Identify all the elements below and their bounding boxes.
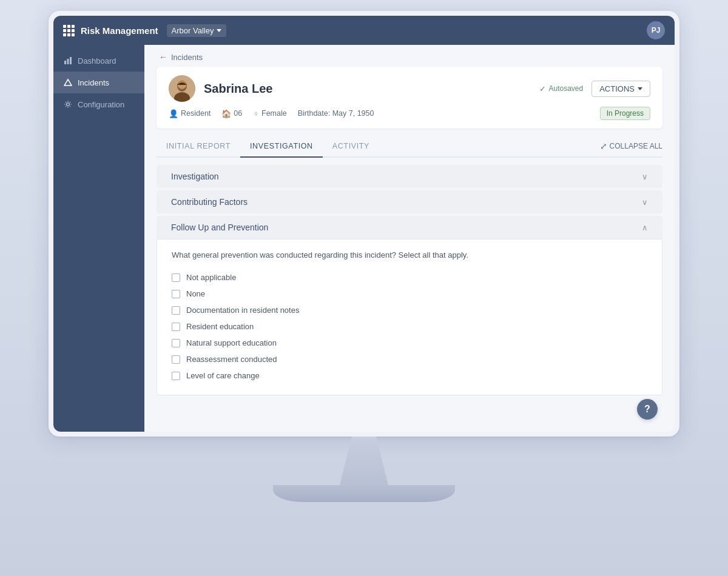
- sidebar: Dashboard Incidents: [53, 45, 144, 432]
- checkbox-natural-support-box[interactable]: [172, 339, 180, 347]
- collapse-all-label: COLLAPSE ALL: [610, 142, 662, 150]
- section-contributing-label: Contributing Factors: [171, 197, 638, 207]
- section-contributing-factors[interactable]: Contributing Factors ∨: [157, 190, 662, 213]
- sidebar-item-configuration-label: Configuration: [78, 100, 124, 109]
- patient-name: Sabrina Lee: [204, 82, 539, 96]
- checkbox-reassessment-box[interactable]: [172, 355, 180, 364]
- actions-label: ACTIONS: [599, 84, 635, 93]
- collapse-icon: ⤢: [600, 141, 607, 151]
- checkbox-not-applicable-label: Not applicable: [186, 273, 236, 282]
- org-name: Arbor Valley: [172, 26, 214, 35]
- meta-birthdate: Birthdate: May 7, 1950: [298, 109, 374, 118]
- meta-room: 🏠 06: [221, 109, 242, 118]
- meta-gender: ♀ Female: [253, 109, 286, 118]
- tabs-bar: INITIAL REPORT INVESTIGATION ACTIVITY ⤢ …: [157, 136, 662, 158]
- content-area: ← Incidents: [144, 45, 675, 432]
- section-investigation-chevron: ∨: [642, 172, 648, 181]
- chevron-down-icon: [217, 29, 221, 32]
- sidebar-item-incidents-label: Incidents: [78, 78, 109, 87]
- meta-role: 👤 Resident: [169, 109, 211, 118]
- checkbox-documentation-label: Documentation in resident notes: [186, 306, 299, 315]
- section-contributing-chevron: ∨: [642, 198, 648, 207]
- checkbox-not-applicable-box[interactable]: [172, 273, 180, 282]
- svg-rect-2: [70, 57, 72, 64]
- gear-icon: [63, 99, 73, 109]
- checkbox-none-box[interactable]: [172, 290, 180, 298]
- tab-activity[interactable]: ACTIVITY: [323, 136, 379, 158]
- sidebar-item-dashboard-label: Dashboard: [78, 56, 116, 65]
- user-avatar[interactable]: PJ: [647, 21, 665, 39]
- help-button[interactable]: ?: [637, 399, 658, 420]
- section-investigation[interactable]: Investigation ∨: [157, 165, 662, 188]
- main-layout: Dashboard Incidents: [53, 45, 675, 432]
- checkbox-resident-education: Resident education: [172, 318, 647, 335]
- patient-card: Sabrina Lee ✓ Autosaved ACTIONS: [157, 67, 662, 129]
- tab-initial-report[interactable]: INITIAL REPORT: [157, 136, 240, 158]
- monitor-outer: Risk Management Arbor Valley PJ: [49, 11, 679, 437]
- monitor-screen: Risk Management Arbor Valley PJ: [53, 16, 675, 432]
- status-badge: In Progress: [600, 107, 650, 120]
- section-investigation-label: Investigation: [171, 172, 638, 181]
- sidebar-item-dashboard[interactable]: Dashboard: [53, 50, 144, 72]
- patient-role: Resident: [181, 109, 211, 118]
- sidebar-item-incidents[interactable]: Incidents: [53, 72, 144, 93]
- checkbox-natural-support-label: Natural support education: [186, 338, 277, 347]
- checkbox-reassessment: Reassessment conducted: [172, 351, 647, 367]
- checkbox-natural-support: Natural support education: [172, 335, 647, 351]
- sidebar-item-configuration[interactable]: Configuration: [53, 93, 144, 115]
- checkbox-resident-education-label: Resident education: [186, 322, 254, 331]
- checkbox-none-label: None: [186, 289, 205, 298]
- followup-section: What general prevention was conducted re…: [157, 239, 662, 395]
- org-selector[interactable]: Arbor Valley: [167, 24, 227, 37]
- checkbox-reassessment-label: Reassessment conducted: [186, 355, 277, 364]
- patient-birthdate: Birthdate: May 7, 1950: [298, 109, 374, 118]
- section-followup-label: Follow Up and Prevention: [171, 223, 638, 232]
- checkbox-level-of-care: Level of care change: [172, 367, 647, 384]
- actions-chevron-icon: [638, 87, 642, 90]
- home-icon: 🏠: [221, 109, 231, 118]
- breadcrumb-incidents-link[interactable]: Incidents: [171, 53, 203, 62]
- patient-room: 06: [234, 109, 242, 118]
- svg-rect-1: [67, 59, 69, 64]
- monitor-neck: [303, 437, 425, 485]
- patient-header-top: Sabrina Lee ✓ Autosaved ACTIONS: [169, 75, 650, 102]
- monitor-base: [273, 485, 455, 502]
- autosaved-label: Autosaved: [548, 84, 583, 93]
- checkbox-none: None: [172, 286, 647, 302]
- checkbox-resident-education-box[interactable]: [172, 323, 180, 331]
- actions-button[interactable]: ACTIONS: [592, 81, 650, 97]
- patient-meta: 👤 Resident 🏠 06 ♀ Female: [169, 107, 650, 120]
- checkbox-level-of-care-label: Level of care change: [186, 371, 260, 380]
- patient-avatar: [169, 75, 195, 102]
- section-followup[interactable]: Follow Up and Prevention ∧: [157, 216, 662, 239]
- monitor-stand: [273, 437, 455, 502]
- collapse-all-button[interactable]: ⤢ COLLAPSE ALL: [600, 141, 662, 151]
- checkbox-level-of-care-box[interactable]: [172, 372, 180, 380]
- tab-investigation[interactable]: INVESTIGATION: [240, 136, 323, 158]
- checkbox-not-applicable: Not applicable: [172, 269, 647, 286]
- breadcrumb: ← Incidents: [144, 45, 675, 67]
- svg-rect-0: [64, 61, 66, 64]
- checkbox-documentation-box[interactable]: [172, 306, 180, 315]
- app-title: Risk Management: [81, 25, 158, 36]
- person-icon: 👤: [169, 109, 178, 118]
- content-wrapper: ← Incidents: [144, 45, 675, 432]
- grid-icon[interactable]: [63, 25, 75, 36]
- bar-chart-icon: [63, 56, 73, 65]
- patient-gender: Female: [261, 109, 287, 118]
- section-followup-chevron: ∧: [642, 223, 648, 232]
- triangle-icon: [63, 78, 73, 87]
- checkbox-documentation: Documentation in resident notes: [172, 302, 647, 318]
- top-nav: Risk Management Arbor Valley PJ: [53, 16, 675, 45]
- checkmark-icon: ✓: [539, 84, 546, 93]
- back-arrow-icon: ←: [159, 52, 167, 62]
- svg-point-3: [67, 103, 70, 106]
- autosaved-indicator: ✓ Autosaved: [539, 84, 583, 93]
- gender-icon: ♀: [253, 109, 259, 118]
- followup-question: What general prevention was conducted re…: [172, 250, 647, 260]
